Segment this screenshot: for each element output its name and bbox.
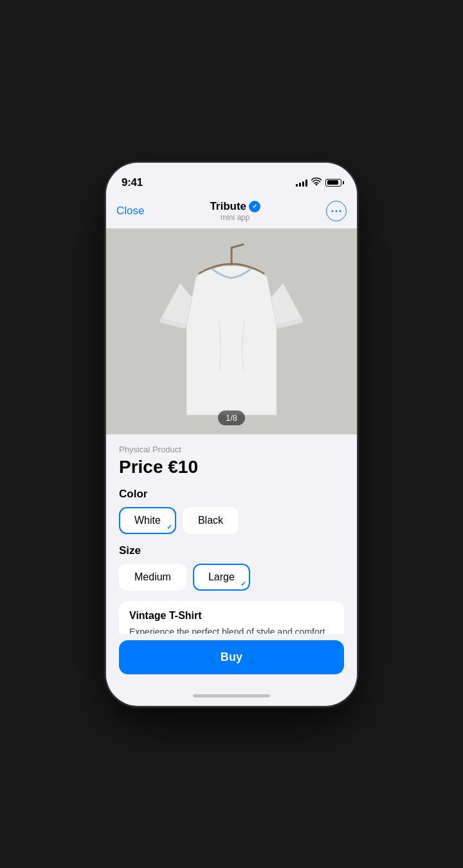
product-content: Physical Product Price €10 Color White ✓…: [106, 434, 357, 634]
color-option-white[interactable]: White ✓: [119, 507, 176, 534]
image-counter: 1/8: [218, 411, 245, 425]
nav-subtitle: mini app: [210, 213, 260, 222]
wifi-icon: [311, 178, 322, 187]
home-indicator: [106, 687, 357, 705]
signal-icon: [296, 179, 307, 187]
size-option-medium[interactable]: Medium: [119, 564, 186, 591]
app-name-label: Tribute: [210, 200, 246, 213]
verified-badge-icon: ✓: [249, 201, 260, 212]
nav-title: Tribute ✓: [210, 200, 260, 213]
product-type-label: Physical Product: [119, 445, 344, 454]
svg-point-2: [339, 210, 341, 212]
product-price: Price €10: [119, 457, 344, 477]
close-button[interactable]: Close: [116, 205, 144, 217]
nav-center: Tribute ✓ mini app: [210, 200, 260, 222]
size-section-label: Size: [119, 544, 344, 557]
scroll-content: Physical Product Price €10 Color White ✓…: [106, 434, 357, 634]
status-time: 9:41: [122, 176, 143, 189]
home-bar: [193, 694, 270, 697]
status-bar: 9:41: [106, 163, 357, 195]
description-card: Vintage T-Shirt Experience the perfect b…: [119, 601, 344, 634]
nav-bar: Close Tribute ✓ mini app: [106, 195, 357, 228]
more-options-button[interactable]: [326, 201, 347, 221]
product-image: 1/8: [106, 228, 357, 434]
color-option-black[interactable]: Black: [183, 507, 239, 534]
buy-bar: Buy: [106, 634, 357, 687]
tshirt-illustration: [106, 228, 357, 434]
svg-point-0: [331, 210, 333, 212]
large-check-icon: ✓: [241, 580, 246, 588]
white-check-icon: ✓: [167, 523, 172, 531]
size-option-large[interactable]: Large ✓: [193, 564, 250, 591]
color-options: White ✓ Black: [119, 507, 344, 534]
svg-point-1: [335, 210, 337, 212]
battery-icon: [325, 179, 341, 187]
buy-button[interactable]: Buy: [119, 640, 344, 674]
status-icons: [296, 178, 341, 187]
color-section-label: Color: [119, 488, 344, 501]
description-title: Vintage T-Shirt: [129, 610, 334, 622]
description-text: Experience the perfect blend of style an…: [129, 625, 334, 634]
phone-frame: 9:41 Close: [106, 163, 357, 706]
size-options: Medium Large ✓: [119, 564, 344, 591]
svg-line-4: [232, 245, 243, 248]
